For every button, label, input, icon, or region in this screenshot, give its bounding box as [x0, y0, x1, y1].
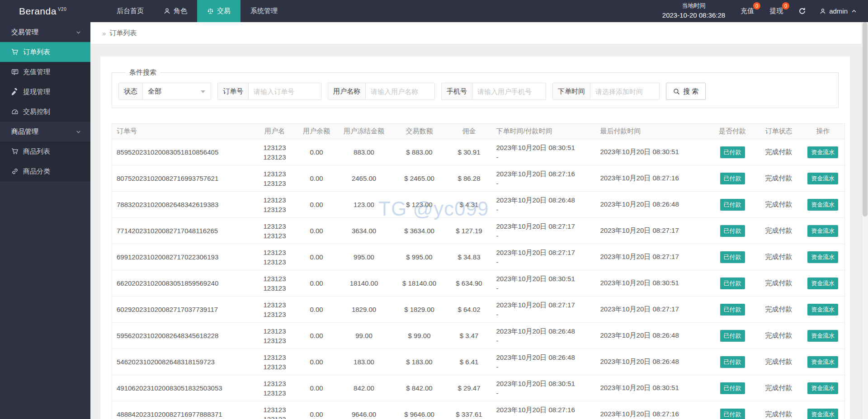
- trade-amount-cell: $ 842.00: [392, 375, 447, 401]
- order-no-label: 订单号: [218, 83, 249, 99]
- chevron-down-icon: [201, 90, 205, 93]
- sidebar-item-product-list[interactable]: 商品列表: [0, 141, 90, 161]
- username-input[interactable]: [366, 83, 434, 99]
- trade-amount-cell: $ 183.00: [392, 349, 447, 375]
- paid-status-cell: 已付款: [709, 349, 756, 375]
- frozen-amount-cell: 1829.00: [336, 297, 392, 323]
- order-status-cell: 完成付款: [756, 349, 802, 375]
- trade-amount-cell: $ 2465.00: [392, 165, 447, 192]
- last-pay-time-cell: 2023年10月20日 08:30:51: [596, 375, 709, 401]
- order-time-value: 2023年10月20日 08:27:16: [496, 405, 591, 414]
- chevron-down-icon: [75, 129, 81, 135]
- trade-amount-cell: $ 99.00: [392, 323, 447, 349]
- breadcrumb-icon: »: [102, 29, 106, 37]
- paid-status-cell: 已付款: [709, 375, 756, 401]
- order-time-label: 下单时间: [553, 83, 590, 99]
- paid-status-cell: 已付款: [709, 139, 756, 165]
- sidebar-toggle-button[interactable]: [90, 0, 107, 22]
- phone-label: 手机号: [442, 83, 472, 99]
- frozen-amount-cell: 995.00: [336, 244, 392, 270]
- action-cell: 资金流水: [802, 139, 845, 165]
- order-no-input[interactable]: [249, 83, 321, 99]
- username-cell: 123123123123: [252, 297, 297, 323]
- username-line1: 123123: [257, 300, 293, 310]
- table-row: 8075202310200827169937576211231231231230…: [112, 165, 845, 192]
- order-time-cell: 2023年10月20日 08:27:16-: [492, 165, 596, 192]
- sidebar-item-order-list[interactable]: 订单列表: [0, 42, 90, 62]
- sidebar-group-product-management[interactable]: 商品管理: [0, 122, 90, 141]
- sidebar-item-trade-control[interactable]: 交易控制: [0, 102, 90, 122]
- search-button[interactable]: 搜 索: [666, 83, 706, 100]
- paid-badge: 已付款: [720, 173, 745, 184]
- sidebar-item-product-category[interactable]: 商品分类: [0, 161, 90, 181]
- topnav-trade[interactable]: 交易: [197, 0, 241, 22]
- username-line2: 123123: [257, 336, 293, 345]
- trade-amount-cell: $ 995.00: [392, 244, 447, 270]
- paid-status-cell: 已付款: [709, 323, 756, 349]
- fund-flow-button[interactable]: 资金流水: [807, 330, 838, 342]
- paid-badge: 已付款: [720, 304, 745, 315]
- withdraw-link[interactable]: 提现 0: [769, 7, 783, 15]
- fund-flow-button[interactable]: 资金流水: [807, 409, 838, 419]
- topnav-system[interactable]: 系统管理: [241, 0, 288, 22]
- pay-time-value: -: [496, 283, 591, 293]
- commission-cell: $ 29.47: [447, 375, 492, 401]
- order-time-input[interactable]: [590, 83, 659, 99]
- topnav-roles[interactable]: 角色: [154, 0, 197, 22]
- username-line2: 123123: [257, 152, 293, 162]
- table-row: 4888420231020082716977888371123123123123…: [112, 401, 845, 419]
- order-time-cell: 2023年10月20日 08:27:17-: [492, 297, 596, 323]
- username-line2: 123123: [257, 283, 293, 293]
- topnav-home[interactable]: 后台首页: [107, 0, 154, 22]
- sidebar-item-label: 交易控制: [23, 108, 50, 116]
- fund-flow-button[interactable]: 资金流水: [807, 146, 838, 158]
- column-header-7: 最后付款时间: [596, 124, 709, 139]
- order-status-cell: 完成付款: [756, 244, 802, 270]
- order-status-cell: 完成付款: [756, 218, 802, 244]
- status-group: 状态 全部: [118, 83, 211, 100]
- fund-flow-button[interactable]: 资金流水: [807, 356, 838, 368]
- username-line2: 123123: [257, 310, 293, 319]
- fund-flow-button[interactable]: 资金流水: [807, 225, 838, 237]
- order-status-cell: 完成付款: [756, 270, 802, 297]
- action-cell: 资金流水: [802, 244, 845, 270]
- order-status-cell: 完成付款: [756, 165, 802, 192]
- paid-badge: 已付款: [720, 225, 745, 237]
- username-line2: 123123: [257, 205, 293, 214]
- scrollbar-thumb[interactable]: [863, 22, 868, 217]
- fund-flow-button[interactable]: 资金流水: [807, 382, 838, 394]
- sidebar-group-trade-management[interactable]: 交易管理: [0, 22, 90, 42]
- action-cell: 资金流水: [802, 192, 845, 218]
- fund-flow-button[interactable]: 资金流水: [807, 278, 838, 289]
- admin-menu[interactable]: admin: [820, 7, 857, 15]
- withdraw-badge: 0: [782, 2, 789, 9]
- username-line2: 123123: [257, 388, 293, 398]
- table-row: 7714202310200827170481162651231231231230…: [112, 218, 845, 244]
- recharge-link[interactable]: 充值 0: [741, 7, 754, 15]
- username-line1: 123123: [257, 248, 293, 257]
- vertical-scrollbar: [862, 22, 868, 419]
- sidebar-item-recharge-management[interactable]: 充值管理: [0, 62, 90, 82]
- paid-badge: 已付款: [720, 382, 745, 394]
- trade-amount-cell: $ 9646.00: [392, 401, 447, 419]
- sidebar-item-withdraw-management[interactable]: 提现管理: [0, 82, 90, 102]
- paid-badge: 已付款: [720, 330, 745, 342]
- commission-cell: $ 34.83: [447, 244, 492, 270]
- fund-flow-button[interactable]: 资金流水: [807, 173, 838, 184]
- order-time-cell: 2023年10月20日 08:27:16-: [492, 401, 596, 419]
- column-header-9: 订单状态: [756, 124, 802, 139]
- username-line2: 123123: [257, 179, 293, 188]
- refresh-button[interactable]: [798, 7, 806, 15]
- fund-flow-button[interactable]: 资金流水: [807, 251, 838, 263]
- last-pay-time-cell: 2023年10月20日 08:27:16: [596, 401, 709, 419]
- status-select[interactable]: 全部: [143, 83, 211, 99]
- paid-status-cell: 已付款: [709, 401, 756, 419]
- fund-flow-button[interactable]: 资金流水: [807, 304, 838, 315]
- fund-flow-button[interactable]: 资金流水: [807, 199, 838, 211]
- username-cell: 123123123123: [252, 218, 297, 244]
- action-cell: 资金流水: [802, 218, 845, 244]
- table-row: 6620202310200830518595692401231231231230…: [112, 270, 845, 297]
- paid-badge: 已付款: [720, 409, 745, 419]
- sidebar-item-label: 商品列表: [23, 147, 50, 156]
- phone-input[interactable]: [472, 83, 546, 99]
